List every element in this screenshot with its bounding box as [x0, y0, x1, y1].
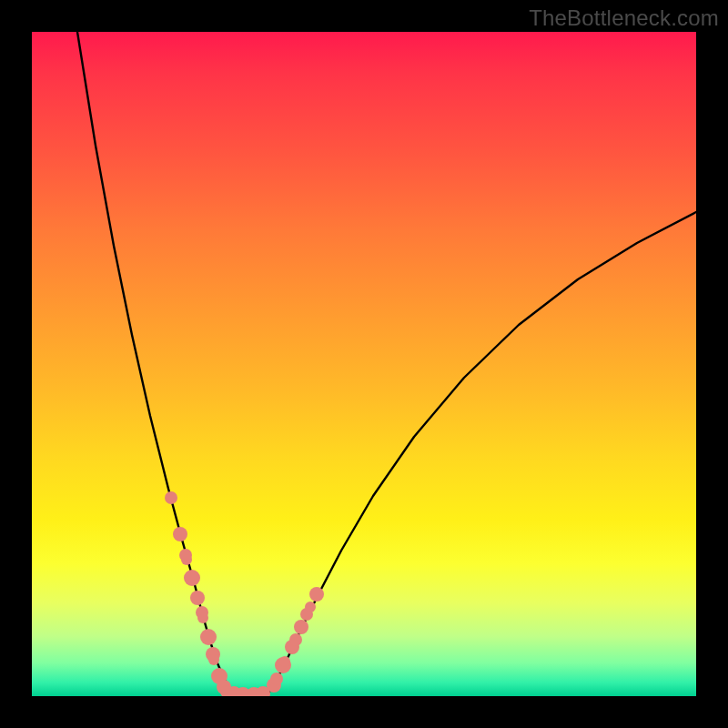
chart-plot-area — [32, 32, 696, 696]
data-dot — [305, 602, 316, 612]
data-dot — [294, 620, 308, 634]
data-dot — [197, 612, 208, 623]
data-dot — [208, 654, 219, 665]
data-dot — [184, 570, 200, 586]
data-dot — [270, 672, 283, 685]
data-dots — [165, 491, 324, 696]
data-dot — [279, 656, 290, 667]
data-dot — [289, 633, 302, 646]
data-dot — [200, 629, 217, 645]
watermark-text: TheBottleneck.com — [529, 5, 719, 31]
chart-svg — [32, 32, 696, 696]
data-dot — [309, 587, 324, 602]
data-dot — [165, 491, 177, 504]
data-dot — [173, 527, 187, 541]
data-dot — [190, 591, 205, 605]
v-curve — [77, 32, 696, 694]
data-dot — [181, 554, 192, 565]
outer-frame: TheBottleneck.com — [0, 0, 728, 728]
